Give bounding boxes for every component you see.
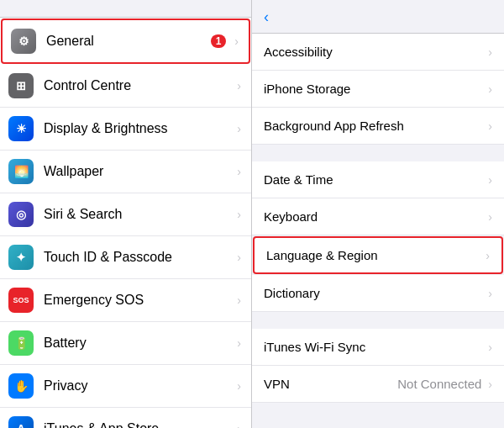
chevron-icon-general: › — [234, 34, 239, 48]
sidebar-item-wallpaper[interactable]: 🌅Wallpaper› — [0, 151, 251, 193]
right-item-accessibility[interactable]: Accessibility› — [252, 34, 504, 71]
sidebar-item-control[interactable]: ⊞Control Centre› — [0, 65, 251, 108]
chevron-icon-appstore: › — [237, 422, 241, 428]
settings-list: ⚙General1›⊞Control Centre›☀Display & Bri… — [0, 18, 251, 428]
right-item-itunes-wifi[interactable]: iTunes Wi-Fi Sync› — [252, 329, 504, 366]
sidebar-item-label-siri: Siri & Search — [44, 207, 234, 222]
sidebar-item-display[interactable]: ☀Display & Brightness› — [0, 108, 251, 151]
right-item-label-background-refresh: Background App Refresh — [264, 119, 485, 133]
touchid-icon: ✦ — [8, 245, 34, 270]
sidebar-item-label-general: General — [46, 34, 211, 49]
right-item-vpn[interactable]: VPNNot Connected› — [252, 366, 504, 403]
right-item-label-accessibility: Accessibility — [264, 45, 485, 59]
siri-icon: ◎ — [8, 202, 34, 227]
sidebar-item-general[interactable]: ⚙General1› — [1, 18, 250, 64]
right-item-label-vpn: VPN — [264, 377, 397, 391]
chevron-icon-control: › — [237, 79, 241, 92]
right-item-iphone-storage[interactable]: iPhone Storage› — [252, 71, 504, 108]
badge-general: 1 — [211, 34, 227, 48]
right-chevron-icon-date-time: › — [488, 173, 492, 187]
wallpaper-icon: 🌅 — [8, 159, 34, 184]
right-item-date-time[interactable]: Date & Time› — [252, 161, 504, 198]
chevron-icon-sos: › — [237, 293, 241, 307]
chevron-icon-touchid: › — [237, 251, 241, 264]
sos-icon: SOS — [8, 288, 34, 313]
battery-icon: 🔋 — [8, 330, 34, 356]
sidebar-item-label-battery: Battery — [44, 336, 234, 351]
right-chevron-icon-background-refresh: › — [488, 119, 492, 133]
chevron-icon-siri: › — [237, 208, 241, 221]
back-chevron-icon: ‹ — [264, 8, 269, 26]
right-chevron-icon-language-region: › — [486, 249, 490, 262]
right-item-label-itunes-wifi: iTunes Wi-Fi Sync — [264, 340, 485, 354]
right-item-label-dictionary: Dictionary — [264, 286, 485, 300]
sidebar-item-battery[interactable]: 🔋Battery› — [0, 322, 251, 365]
chevron-icon-wallpaper: › — [237, 165, 241, 178]
appstore-icon: A — [8, 416, 34, 428]
control-icon: ⊞ — [8, 73, 34, 98]
sidebar-item-siri[interactable]: ◎Siri & Search› — [0, 193, 251, 236]
left-panel-header — [0, 0, 251, 18]
section-group-2: iTunes Wi-Fi Sync›VPNNot Connected› — [252, 329, 504, 403]
right-chevron-icon-dictionary: › — [488, 287, 492, 300]
right-chevron-icon-keyboard: › — [488, 210, 492, 224]
right-chevron-icon-itunes-wifi: › — [488, 341, 492, 354]
sidebar-item-label-appstore: iTunes & App Store — [44, 421, 234, 428]
right-item-background-refresh[interactable]: Background App Refresh› — [252, 108, 504, 145]
sidebar-item-label-touchid: Touch ID & Passcode — [44, 250, 234, 265]
right-item-label-iphone-storage: iPhone Storage — [264, 82, 485, 96]
right-item-label-language-region: Language & Region — [266, 248, 482, 262]
right-item-label-keyboard: Keyboard — [264, 209, 485, 224]
display-icon: ☀ — [8, 116, 34, 141]
right-chevron-icon-iphone-storage: › — [488, 82, 492, 96]
sidebar-item-label-privacy: Privacy — [44, 378, 234, 394]
section-gap-1 — [252, 312, 504, 329]
sidebar-item-sos[interactable]: SOSEmergency SOS› — [0, 279, 251, 322]
right-panel: ‹ Accessibility›iPhone Storage›Backgroun… — [252, 0, 504, 428]
sidebar-item-label-display: Display & Brightness — [44, 121, 234, 136]
general-icon: ⚙ — [11, 29, 36, 54]
section-group-0: Accessibility›iPhone Storage›Background … — [252, 34, 504, 145]
right-item-dictionary[interactable]: Dictionary› — [252, 275, 504, 312]
sidebar-item-label-sos: Emergency SOS — [44, 293, 234, 308]
right-chevron-icon-vpn: › — [488, 378, 492, 391]
back-button[interactable]: ‹ — [264, 8, 270, 26]
right-header: ‹ — [252, 0, 504, 34]
right-item-language-region[interactable]: Language & Region› — [253, 236, 503, 274]
section-group-1: Date & Time›Keyboard›Language & Region›D… — [252, 161, 504, 312]
chevron-icon-battery: › — [237, 336, 241, 350]
sidebar-item-touchid[interactable]: ✦Touch ID & Passcode› — [0, 236, 251, 279]
sidebar-item-label-wallpaper: Wallpaper — [44, 164, 234, 179]
sidebar-item-privacy[interactable]: ✋Privacy› — [0, 365, 251, 408]
right-item-label-date-time: Date & Time — [264, 172, 485, 187]
right-item-value-vpn: Not Connected — [397, 377, 481, 391]
right-chevron-icon-accessibility: › — [488, 45, 492, 59]
section-gap-0 — [252, 145, 504, 161]
sidebar-item-label-control: Control Centre — [44, 78, 234, 93]
sidebar-item-appstore[interactable]: AiTunes & App Store› — [0, 408, 251, 428]
chevron-icon-display: › — [237, 122, 241, 135]
left-panel: ⚙General1›⊞Control Centre›☀Display & Bri… — [0, 0, 252, 428]
right-item-keyboard[interactable]: Keyboard› — [252, 198, 504, 235]
chevron-icon-privacy: › — [237, 379, 241, 393]
privacy-icon: ✋ — [8, 373, 34, 399]
right-list: Accessibility›iPhone Storage›Background … — [252, 34, 504, 428]
